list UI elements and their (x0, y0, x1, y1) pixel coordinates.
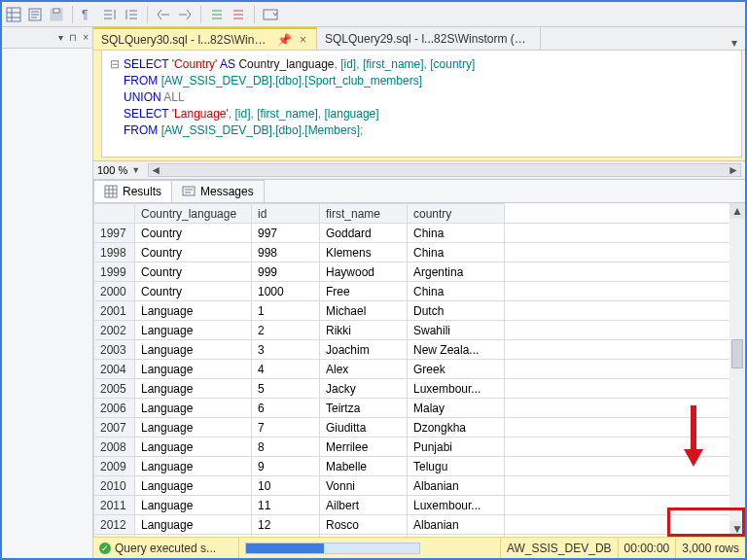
cell[interactable]: 8 (252, 438, 320, 457)
vertical-scrollbar[interactable]: ▲ ▼ (729, 203, 745, 537)
cell[interactable] (505, 476, 745, 496)
row-number[interactable]: 2009 (94, 457, 135, 476)
cell[interactable] (505, 262, 745, 282)
cell[interactable]: Language (135, 535, 252, 538)
cell[interactable]: 1 (252, 301, 320, 321)
cell[interactable] (505, 360, 745, 379)
row-number[interactable]: 1997 (94, 224, 135, 243)
pin-icon[interactable]: 📌 (277, 33, 292, 47)
table-row[interactable]: 2000Country1000FreeChina (94, 282, 745, 301)
comment-icon[interactable]: ¶ (81, 7, 96, 22)
cell[interactable]: Country (135, 243, 252, 262)
row-number[interactable]: 2005 (94, 379, 135, 399)
grid-icon[interactable] (6, 7, 21, 22)
table-row[interactable]: 2010Language10VonniAlbanian (94, 476, 745, 496)
cell[interactable]: Greek (408, 360, 505, 379)
cell[interactable] (505, 399, 745, 418)
column-header[interactable] (94, 204, 135, 224)
cell[interactable]: Country (135, 224, 252, 243)
row-number[interactable]: 2007 (94, 418, 135, 438)
cell[interactable]: Giuditta (320, 418, 408, 438)
row-number[interactable]: 1998 (94, 243, 135, 262)
table-row[interactable]: 2013Language13TonieBulgarian (94, 535, 745, 538)
outdent-icon[interactable] (156, 7, 171, 22)
column-header[interactable]: Country_language (135, 204, 252, 224)
table-row[interactable]: 2003Language3JoachimNew Zeala... (94, 340, 745, 360)
cell[interactable]: China (408, 224, 505, 243)
close-icon[interactable]: × (298, 33, 308, 47)
cell[interactable]: 13 (252, 535, 320, 538)
comment-out-icon[interactable] (209, 7, 225, 22)
cell[interactable]: Jacky (320, 379, 408, 399)
table-row[interactable]: 1998Country998KlemensChina (94, 243, 745, 262)
cell[interactable] (505, 301, 745, 321)
panel-dropdown-icon[interactable]: ▾ (58, 32, 63, 43)
cell[interactable]: Rikki (320, 321, 408, 340)
cell[interactable]: Language (135, 515, 252, 535)
cell[interactable]: Haywood (320, 262, 408, 282)
results-grid[interactable]: Country_languageidfirst_namecountry 1997… (93, 203, 745, 537)
table-row[interactable]: 1997Country997GoddardChina (94, 224, 745, 243)
cell[interactable]: 1000 (252, 282, 320, 301)
table-row[interactable]: 2008Language8MerrileePunjabi (94, 438, 745, 457)
cell[interactable]: Country (135, 262, 252, 282)
sql-editor[interactable]: ⊟SELECT 'Country' AS Country_language, [… (101, 51, 742, 158)
tab-sqlquery30[interactable]: SQLQuery30.sql - l...82S\Winstorm (71))*… (93, 27, 317, 50)
row-number[interactable]: 1999 (94, 262, 135, 282)
zoom-dropdown-icon[interactable]: ▼ (131, 165, 140, 175)
cell[interactable]: Tonie (320, 535, 408, 538)
cell[interactable]: China (408, 243, 505, 262)
table-row[interactable]: 2005Language5JackyLuxembour... (94, 379, 745, 399)
cell[interactable]: Merrilee (320, 438, 408, 457)
cell[interactable]: Country (135, 282, 252, 301)
cell[interactable] (505, 535, 745, 538)
cell[interactable]: 999 (252, 262, 320, 282)
cell[interactable]: Rosco (320, 515, 408, 535)
cell[interactable] (505, 243, 745, 262)
cell[interactable]: China (408, 282, 505, 301)
cell[interactable]: 12 (252, 515, 320, 535)
save-icon[interactable] (49, 7, 64, 22)
cell[interactable]: Albanian (408, 476, 505, 496)
cell[interactable]: Language (135, 321, 252, 340)
panel-pin-icon[interactable]: ⊓ (69, 32, 77, 43)
cell[interactable]: Teirtza (320, 399, 408, 418)
indent1-icon[interactable] (102, 7, 118, 22)
cell[interactable]: Dzongkha (408, 418, 505, 438)
zoom-level[interactable]: 100 % (97, 164, 127, 176)
cell[interactable]: Vonni (320, 476, 408, 496)
text-icon[interactable] (27, 7, 43, 22)
cell[interactable] (505, 496, 745, 515)
row-number[interactable]: 2003 (94, 340, 135, 360)
cell[interactable]: Alex (320, 360, 408, 379)
cell[interactable]: Bulgarian (408, 535, 505, 538)
tab-results[interactable]: Results (93, 180, 172, 202)
indent-icon[interactable] (177, 7, 193, 22)
cell[interactable]: 10 (252, 476, 320, 496)
cell[interactable]: Language (135, 301, 252, 321)
cell[interactable]: Luxembour... (408, 379, 505, 399)
uncomment-icon[interactable] (231, 7, 246, 22)
cell[interactable] (505, 515, 745, 535)
cell[interactable]: Language (135, 340, 252, 360)
column-header[interactable]: country (408, 204, 505, 224)
cell[interactable] (505, 438, 745, 457)
cell[interactable] (505, 224, 745, 243)
table-row[interactable]: 2002Language2RikkiSwahili (94, 321, 745, 340)
cell[interactable]: Dutch (408, 301, 505, 321)
cell[interactable]: 6 (252, 399, 320, 418)
cell[interactable]: 998 (252, 243, 320, 262)
cell[interactable] (505, 379, 745, 399)
cell[interactable]: 11 (252, 496, 320, 515)
indent2-icon[interactable] (124, 7, 139, 22)
cell[interactable]: Luxembour... (408, 496, 505, 515)
table-row[interactable]: 2011Language11AilbertLuxembour... (94, 496, 745, 515)
cell[interactable]: Albanian (408, 515, 505, 535)
table-row[interactable]: 2004Language4AlexGreek (94, 360, 745, 379)
cell[interactable]: Michael (320, 301, 408, 321)
table-row[interactable]: 2007Language7GiudittaDzongkha (94, 418, 745, 438)
column-header[interactable]: first_name (320, 204, 408, 224)
cell[interactable]: Language (135, 379, 252, 399)
cell[interactable]: Language (135, 399, 252, 418)
horizontal-scrollbar[interactable]: ◄ ► (148, 163, 741, 177)
